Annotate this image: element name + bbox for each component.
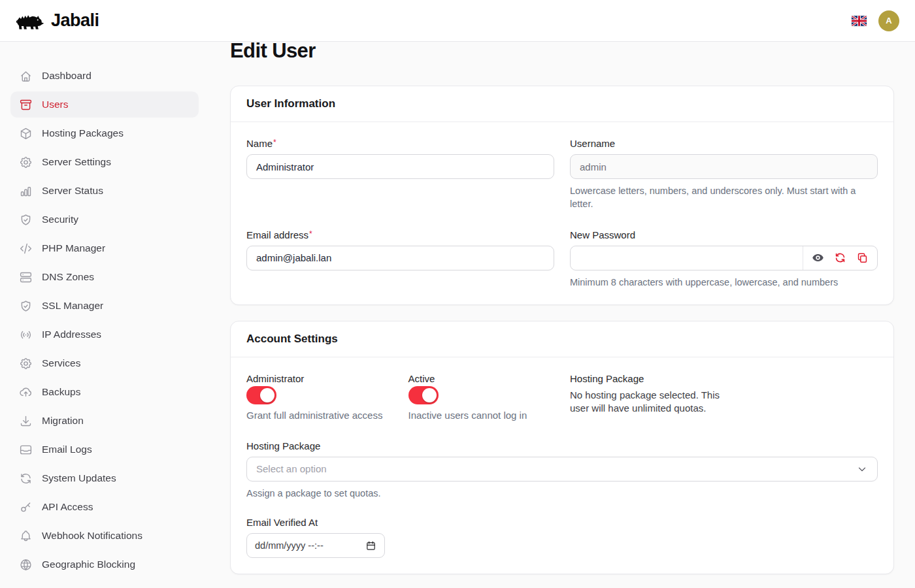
email-verified-input[interactable]: dd/mm/yyyy --:-- xyxy=(246,533,385,558)
required-asterisk: * xyxy=(309,229,312,238)
sidebar-item-backups[interactable]: Backups xyxy=(10,379,199,405)
sidebar-item-label: Security xyxy=(42,214,78,225)
sidebar-item-label: Server Settings xyxy=(42,156,111,168)
sidebar-item-migration[interactable]: Migration xyxy=(10,408,199,434)
toggle-switch[interactable] xyxy=(408,386,439,404)
sidebar-item-label: Email Logs xyxy=(42,444,92,455)
boar-logo-icon xyxy=(16,10,44,31)
sidebar-item-dns-zones[interactable]: DNS Zones xyxy=(10,264,199,290)
sidebar-item-label: Services xyxy=(42,357,80,369)
shield-check-icon xyxy=(19,213,33,227)
server-icon xyxy=(19,270,33,284)
name-label: Name xyxy=(246,138,273,149)
key-icon xyxy=(19,500,33,514)
hosting-package-summary: Hosting Package No hosting package selec… xyxy=(570,373,878,421)
username-field-group: Username admin Lowercase letters, number… xyxy=(570,138,878,211)
sidebar-item-php-manager[interactable]: PHP Manager xyxy=(10,235,199,261)
brand-link[interactable]: Jabali xyxy=(16,10,99,31)
date-placeholder: dd/mm/yyyy --:-- xyxy=(255,540,324,551)
sidebar-item-api-access[interactable]: API Access xyxy=(10,494,199,520)
required-asterisk: * xyxy=(273,138,276,147)
gear-icon xyxy=(19,357,33,370)
sidebar-item-label: Hosting Packages xyxy=(42,127,124,139)
sidebar-item-label: DNS Zones xyxy=(42,271,94,283)
sidebar-item-webhook-notifications[interactable]: Webhook Notifications xyxy=(10,523,199,549)
email-verified-field-group: Email Verified At dd/mm/yyyy --:-- xyxy=(246,517,878,558)
package-icon xyxy=(19,127,33,140)
toggle-label: Administrator xyxy=(246,373,393,384)
email-label: Email address xyxy=(246,229,308,240)
card-title-user-information: User Information xyxy=(246,97,335,110)
sidebar-item-geographic-blocking[interactable]: Geographic Blocking xyxy=(10,551,199,578)
sidebar-item-label: Dashboard xyxy=(42,70,92,82)
sidebar-item-ip-addresses[interactable]: IP Addresses xyxy=(10,321,199,348)
email-field-group: Email address* admin@jabali.lan xyxy=(246,229,554,289)
toggle-help: Inactive users cannot log in xyxy=(408,410,555,421)
bar-chart-icon xyxy=(19,184,33,198)
sidebar-item-security[interactable]: Security xyxy=(10,206,199,233)
user-information-card: User Information Name* Administrator Use… xyxy=(230,86,894,305)
password-copy-button[interactable] xyxy=(856,252,869,264)
uk-flag-icon[interactable] xyxy=(852,16,867,26)
bell-icon xyxy=(19,529,33,543)
regenerate-icon xyxy=(834,252,846,264)
sidebar-item-label: Migration xyxy=(42,415,84,427)
hosting-summary-text: No hosting package selected. This user w… xyxy=(570,389,727,416)
account-settings-card: Account Settings Hosting Package No host… xyxy=(230,321,894,574)
top-header: Jabali A xyxy=(0,0,915,42)
username-input[interactable]: admin xyxy=(570,154,878,179)
toggle-switch[interactable] xyxy=(246,386,276,404)
hosting-package-select[interactable]: Select an option xyxy=(246,457,878,482)
sidebar-item-system-updates[interactable]: System Updates xyxy=(10,465,199,491)
sidebar-item-server-settings[interactable]: Server Settings xyxy=(10,149,199,175)
toggle-label: Active xyxy=(408,373,555,384)
cloud-upload-icon xyxy=(19,385,33,399)
email-input[interactable]: admin@jabali.lan xyxy=(246,246,554,270)
name-input[interactable]: Administrator xyxy=(246,154,554,179)
password-help: Minimum 8 characters with uppercase, low… xyxy=(570,276,878,289)
sidebar-item-dashboard[interactable]: Dashboard xyxy=(10,63,199,89)
main-content: Users Edit Edit User User Information Na… xyxy=(209,0,915,574)
hosting-package-label: Hosting Package xyxy=(246,440,878,451)
sidebar-item-server-status[interactable]: Server Status xyxy=(10,178,199,204)
name-field-group: Name* Administrator xyxy=(246,138,554,211)
eye-icon xyxy=(812,252,824,264)
toggle-help: Grant full administrative access xyxy=(246,410,393,421)
sidebar-item-label: Backups xyxy=(42,386,80,398)
setting-active: Active Inactive users cannot log in xyxy=(408,373,555,421)
password-field-group: New Password xyxy=(570,229,878,289)
password-input[interactable] xyxy=(571,246,803,270)
chevron-down-icon xyxy=(856,463,868,475)
sidebar-item-label: Server Status xyxy=(42,185,103,197)
sidebar-item-users[interactable]: Users xyxy=(10,91,199,118)
password-label: New Password xyxy=(570,229,878,240)
user-avatar[interactable]: A xyxy=(878,10,899,31)
password-reveal-button[interactable] xyxy=(812,252,824,264)
sidebar-item-services[interactable]: Services xyxy=(10,350,199,376)
email-verified-label: Email Verified At xyxy=(246,517,878,528)
sidebar-nav: Dashboard Users Hosting Packages Server … xyxy=(0,42,209,588)
download-icon xyxy=(19,414,33,428)
select-placeholder: Select an option xyxy=(256,463,327,474)
refresh-icon xyxy=(19,472,33,485)
sidebar-item-ssl-manager[interactable]: SSL Manager xyxy=(10,293,199,319)
sidebar-item-label: SSL Manager xyxy=(42,300,103,312)
password-generate-button[interactable] xyxy=(834,252,846,264)
sidebar-item-hosting-packages[interactable]: Hosting Packages xyxy=(10,120,199,146)
hosting-package-field-group: Hosting Package Select an option Assign … xyxy=(246,440,878,500)
brand-name: Jabali xyxy=(51,10,99,31)
sidebar-item-label: IP Addresses xyxy=(42,329,101,340)
copy-icon xyxy=(856,252,869,264)
archive-icon xyxy=(19,98,33,112)
globe-icon xyxy=(19,558,33,572)
inbox-icon xyxy=(19,443,33,457)
hosting-package-help: Assign a package to set quotas. xyxy=(246,487,878,500)
home-icon xyxy=(19,69,33,83)
username-label: Username xyxy=(570,138,878,149)
sidebar-item-label: System Updates xyxy=(42,472,116,484)
sidebar-item-email-logs[interactable]: Email Logs xyxy=(10,436,199,463)
gear-icon xyxy=(19,155,33,169)
username-help: Lowercase letters, numbers, and undersco… xyxy=(570,184,878,211)
card-title-account-settings: Account Settings xyxy=(246,333,338,345)
sidebar-item-label: PHP Manager xyxy=(42,242,105,254)
